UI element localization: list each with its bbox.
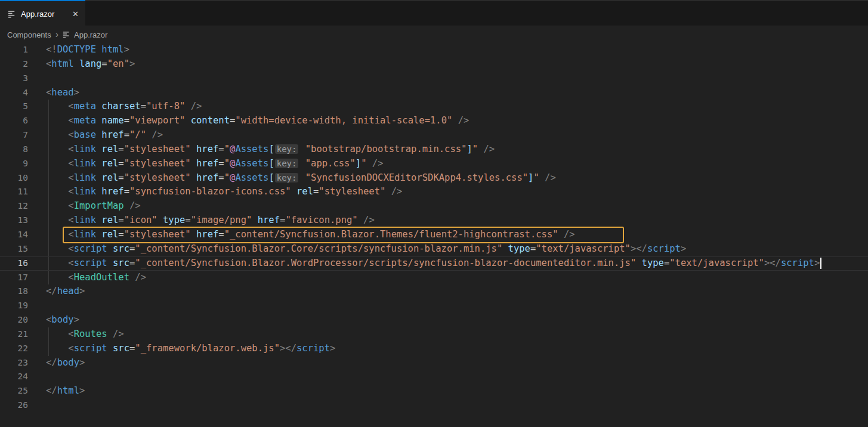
code-token: "favicon.png": [285, 215, 357, 225]
code-token: [107, 243, 113, 254]
line-number[interactable]: 25: [0, 384, 28, 398]
code-token: Assets: [235, 144, 268, 154]
tab-close-button[interactable]: ✕: [70, 9, 81, 19]
code-line[interactable]: 18</head>: [0, 284, 868, 299]
code-token: [46, 272, 68, 283]
code-content: <link rel="icon" type="image/png" href="…: [28, 214, 375, 228]
code-token: <: [68, 172, 73, 183]
code-token: <: [68, 115, 73, 126]
line-number[interactable]: 14: [0, 228, 28, 242]
code-content: <Routes />: [28, 327, 124, 342]
code-token: =: [118, 172, 123, 183]
code-line[interactable]: 7 <base href="/" />: [0, 128, 868, 143]
line-number[interactable]: 1: [0, 43, 28, 57]
code-token: [185, 115, 190, 126]
code-line[interactable]: 20<body>: [0, 313, 868, 327]
code-line[interactable]: 8 <link rel="stylesheet" href="@Assets[k…: [0, 143, 868, 157]
line-number[interactable]: 9: [0, 157, 28, 171]
code-line[interactable]: 23</body>: [0, 356, 868, 370]
code-editor[interactable]: 1<!DOCTYPE html>2<html lang="en">34<head…: [0, 43, 868, 413]
code-line[interactable]: 25</html>: [0, 384, 868, 398]
line-number[interactable]: 26: [0, 398, 28, 413]
code-line[interactable]: 17 <HeadOutlet />: [0, 271, 868, 285]
line-number[interactable]: 15: [0, 242, 28, 256]
code-token: link: [74, 229, 96, 240]
code-line[interactable]: 21 <Routes />: [0, 327, 868, 342]
line-number[interactable]: 22: [0, 342, 28, 356]
line-number[interactable]: 16: [0, 256, 28, 271]
code-line[interactable]: 5 <meta charset="utf-8" />: [0, 100, 868, 114]
code-token: >: [681, 243, 686, 254]
code-token: "_content/Syncfusion.Blazor.Core/scripts…: [135, 243, 502, 254]
code-token: =: [141, 101, 146, 112]
code-token: [96, 101, 101, 112]
line-number[interactable]: 2: [0, 57, 28, 72]
code-token: />: [545, 172, 556, 183]
line-number[interactable]: 8: [0, 143, 28, 157]
line-number[interactable]: 13: [0, 214, 28, 228]
code-token: [96, 229, 101, 240]
code-token: >: [74, 87, 79, 98]
code-token: </: [46, 385, 57, 396]
code-line[interactable]: 2<html lang="en">: [0, 57, 868, 72]
code-token: href: [196, 172, 218, 183]
line-number[interactable]: 11: [0, 185, 28, 199]
code-token: Routes: [74, 329, 107, 339]
code-line[interactable]: 22 <script src="_framework/blazor.web.js…: [0, 342, 868, 356]
code-token: [385, 186, 391, 197]
line-number[interactable]: 20: [0, 313, 28, 327]
line-number[interactable]: 23: [0, 356, 28, 370]
code-token: charset: [101, 101, 140, 112]
code-line[interactable]: 14 <link rel="stylesheet" href="_content…: [0, 228, 868, 242]
code-token: [502, 243, 508, 254]
code-token: meta: [74, 101, 96, 112]
line-number[interactable]: 18: [0, 284, 28, 299]
line-number[interactable]: 21: [0, 327, 28, 342]
line-number[interactable]: 17: [0, 271, 28, 285]
line-number[interactable]: 5: [0, 100, 28, 114]
code-token: =: [124, 186, 129, 197]
tab-app-razor[interactable]: App.razor ✕: [0, 0, 85, 26]
line-number[interactable]: 4: [0, 86, 28, 100]
breadcrumb-item-components[interactable]: Components: [7, 30, 51, 39]
code-token: >: [79, 385, 85, 396]
code-line[interactable]: 26: [0, 398, 868, 413]
code-line[interactable]: 24: [0, 370, 868, 384]
breadcrumb-item-file[interactable]: App.razor: [74, 30, 107, 39]
code-line[interactable]: 3: [0, 72, 868, 86]
code-line[interactable]: 15 <script src="_content/Syncfusion.Blaz…: [0, 242, 868, 256]
text-cursor: [820, 258, 821, 269]
code-token: Assets: [235, 158, 268, 169]
code-line[interactable]: 13 <link rel="icon" type="image/png" hre…: [0, 214, 868, 228]
code-line[interactable]: 6 <meta name="viewport" content="width=d…: [0, 114, 868, 128]
code-line[interactable]: 4<head>: [0, 86, 868, 100]
code-token: src: [113, 258, 129, 268]
line-number[interactable]: 24: [0, 370, 28, 384]
code-line[interactable]: 9 <link rel="stylesheet" href="@Assets[k…: [0, 157, 868, 171]
code-token: [96, 215, 101, 225]
code-token: />: [564, 229, 575, 240]
code-line[interactable]: 10 <link rel="stylesheet" href="@Assets[…: [0, 171, 868, 185]
code-line[interactable]: 11 <link href="syncfusion-blazor-icons.c…: [0, 185, 868, 199]
tab-bar: App.razor ✕: [0, 0, 868, 26]
code-line[interactable]: 12 <ImportMap />: [0, 199, 868, 214]
code-token: <: [68, 144, 73, 154]
code-line[interactable]: 16 <script src="_content/Syncfusion.Blaz…: [0, 256, 868, 271]
line-number[interactable]: 10: [0, 171, 28, 185]
code-token: "utf-8": [146, 101, 185, 112]
code-token: [191, 144, 196, 154]
code-token: rel: [101, 229, 118, 240]
code-line[interactable]: 19: [0, 299, 868, 313]
code-token: [46, 343, 68, 354]
code-content: <script src="_framework/blazor.web.js"><…: [28, 342, 335, 356]
code-token: =: [218, 144, 224, 154]
code-token: <: [46, 58, 51, 69]
line-number[interactable]: 3: [0, 72, 28, 86]
line-number[interactable]: 19: [0, 299, 28, 313]
line-number[interactable]: 6: [0, 114, 28, 128]
code-line[interactable]: 1<!DOCTYPE html>: [0, 43, 868, 57]
line-number[interactable]: 12: [0, 199, 28, 214]
line-number[interactable]: 7: [0, 128, 28, 143]
code-content: <html lang="en">: [28, 57, 135, 72]
code-token: />: [129, 200, 141, 211]
